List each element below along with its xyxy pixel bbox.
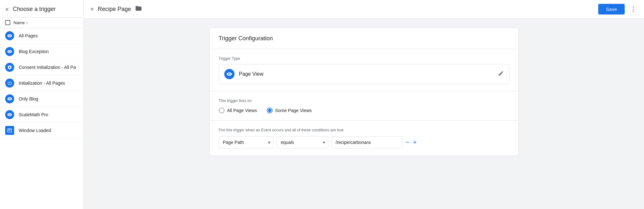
trigger-type-label: Trigger Type	[219, 56, 509, 61]
operator-select-wrapper: equals contains starts with ends with ma…	[277, 136, 328, 148]
eye-icon	[5, 47, 14, 56]
sidebar-column-header: Name ↑	[0, 17, 83, 28]
gear-icon	[5, 63, 14, 72]
page-view-icon	[224, 69, 235, 79]
eye-icon	[5, 94, 14, 103]
page-title: Recipe Page	[98, 6, 131, 13]
power-icon	[5, 79, 14, 88]
remove-condition-button[interactable]: −	[406, 139, 410, 146]
sidebar-item-init-all-pages[interactable]: Initialization - All Pages	[0, 75, 83, 91]
sidebar-item-label: Only Blog	[19, 96, 38, 101]
sidebar-item-label: Initialization - All Pages	[19, 81, 65, 86]
trigger-config-card: Trigger Configuration Trigger Type Page …	[209, 28, 519, 156]
sidebar-close-button[interactable]: ×	[5, 6, 9, 13]
sidebar-item-label: All Pages	[19, 33, 38, 38]
trigger-type-section: Trigger Type Page View	[210, 49, 518, 91]
sidebar-item-only-blog[interactable]: Only Blog	[0, 91, 83, 107]
radio-group: All Page Views Some Page Views	[219, 108, 509, 113]
select-all-checkbox[interactable]	[5, 20, 10, 25]
radio-inner	[268, 109, 271, 112]
variable-select[interactable]: Page Path Page URL Page Hostname Page Ti…	[219, 136, 274, 148]
add-condition-button[interactable]: +	[413, 139, 417, 146]
radio-outer-selected	[267, 108, 273, 113]
variable-select-wrapper: Page Path Page URL Page Hostname Page Ti…	[219, 136, 274, 148]
card-title-section: Trigger Configuration	[210, 28, 518, 49]
main-content: Trigger Configuration Trigger Type Page …	[84, 19, 644, 209]
sidebar-item-consent-init[interactable]: Consent Initialization - All Pa	[0, 60, 83, 75]
radio-some-page-views[interactable]: Some Page Views	[267, 108, 312, 113]
header-left: × Recipe Page	[90, 5, 142, 14]
sidebar-item-label: ScaleMath Pro	[19, 112, 48, 117]
header-right: Save ⋮	[598, 4, 638, 14]
main-header: × Recipe Page Save ⋮	[84, 0, 644, 19]
sidebar-item-blog-exception[interactable]: Blog Exception	[0, 44, 83, 60]
radio-all-page-views[interactable]: All Page Views	[219, 108, 257, 113]
sidebar-title: Choose a trigger	[13, 6, 56, 13]
card-section-title: Trigger Configuration	[219, 35, 273, 42]
trigger-type-selector[interactable]: Page View	[219, 64, 509, 84]
save-button[interactable]: Save	[598, 4, 625, 14]
main-panel: × Recipe Page Save ⋮ Trigger Configurati…	[84, 0, 644, 209]
operator-select[interactable]: equals contains starts with ends with ma…	[277, 136, 328, 148]
sidebar-item-label: Blog Exception	[19, 49, 49, 54]
sidebar-item-label: Window Loaded	[19, 128, 51, 133]
trigger-type-left: Page View	[224, 69, 264, 79]
fires-on-section: This trigger fires on All Page Views Som…	[210, 91, 518, 121]
folder-icon[interactable]	[135, 5, 142, 14]
main-close-button[interactable]: ×	[90, 5, 94, 13]
sidebar: × Choose a trigger Name ↑ All Pages Blog…	[0, 0, 84, 209]
radio-label: All Page Views	[227, 108, 257, 113]
sidebar-item-label: Consent Initialization - All Pa	[19, 65, 76, 70]
condition-section: Fire this trigger when an Event occurs a…	[210, 121, 518, 156]
sidebar-item-scalemath-pro[interactable]: ScaleMath Pro	[0, 107, 83, 123]
window-icon	[5, 126, 14, 135]
eye-icon	[5, 110, 14, 119]
more-options-button[interactable]: ⋮	[630, 5, 638, 14]
sidebar-item-all-pages[interactable]: All Pages	[0, 28, 83, 44]
fires-on-label: This trigger fires on	[219, 99, 509, 103]
sidebar-item-window-loaded[interactable]: Window Loaded	[0, 123, 83, 138]
name-column-header: Name ↑	[14, 20, 28, 25]
sidebar-header: × Choose a trigger	[0, 0, 83, 17]
condition-row: Page Path Page URL Page Hostname Page Ti…	[219, 136, 509, 148]
trigger-type-name: Page View	[239, 71, 264, 77]
radio-label: Some Page Views	[275, 108, 312, 113]
condition-value-input[interactable]	[332, 136, 402, 148]
condition-label: Fire this trigger when an Event occurs a…	[219, 128, 509, 132]
eye-icon	[5, 31, 14, 40]
radio-outer	[219, 108, 225, 113]
edit-icon[interactable]	[498, 71, 504, 78]
